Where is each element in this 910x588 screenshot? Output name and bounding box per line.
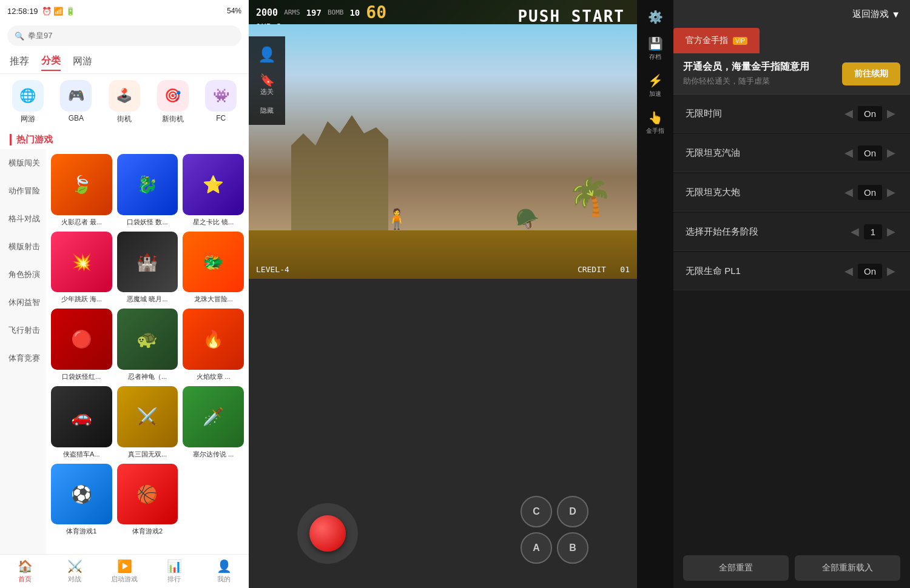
- speed-label: 加速: [649, 90, 661, 98]
- sidebar-cat-fight[interactable]: 格斗对战: [0, 205, 46, 233]
- sidebar-cat-rpg[interactable]: 角色扮演: [0, 261, 46, 289]
- return-bar[interactable]: 返回游戏 ▼: [673, 0, 910, 28]
- sidebar-cat-sports[interactable]: 体育竞赛: [0, 344, 46, 372]
- home-icon: 🏠: [18, 559, 33, 573]
- cheat-controls-life: ◀ On ▶: [842, 262, 898, 280]
- btn-a[interactable]: A: [521, 532, 552, 564]
- select-level-btn[interactable]: 🔖 选关: [257, 70, 277, 99]
- battle-icon: ⚔️: [67, 559, 83, 573]
- reload-all-button[interactable]: 全部重新载入: [795, 555, 900, 581]
- save-icon: 💾: [648, 36, 663, 51]
- avatar-btn[interactable]: 👤: [255, 44, 278, 65]
- btn-d[interactable]: D: [557, 496, 588, 527]
- action-buttons: C D A B: [521, 496, 588, 564]
- cheat-name-fuel: 无限坦克汽油: [686, 147, 740, 159]
- speed-btn[interactable]: ⚡ 加速: [648, 73, 663, 98]
- game-thumb-dragon: 🐲: [183, 232, 244, 293]
- bottom-nav-mine-label: 我的: [217, 575, 231, 584]
- category-label-network: 网游: [21, 114, 35, 124]
- bottom-nav-rank[interactable]: 📊 排行: [149, 555, 199, 588]
- category-label-arcade: 街机: [117, 114, 132, 124]
- vip-subtitle: 助你轻松通关，随手虐菜: [683, 76, 809, 87]
- cheat-right-arrow-time[interactable]: ▶: [885, 104, 898, 122]
- game-card-sport2[interactable]: 🏀 体育游戏2: [117, 464, 178, 536]
- category-arcade[interactable]: 🕹️ 街机: [106, 80, 143, 124]
- bottom-nav-start-label: 启动游戏: [111, 575, 138, 584]
- game-card-dynasty[interactable]: ⚔️ 真三国无双...: [117, 386, 178, 459]
- sidebar-cat-crossscroll[interactable]: 横版闯关: [0, 149, 46, 177]
- reset-all-button[interactable]: 全部重置: [683, 555, 789, 581]
- game-card-ninja[interactable]: 🐢 忍者神龟（...: [117, 309, 178, 381]
- gba-icon: 🎮: [68, 88, 84, 104]
- vip-subscribe-button[interactable]: 前往续期: [842, 62, 900, 85]
- cheat-left-arrow-life[interactable]: ◀: [842, 262, 855, 280]
- cheat-right-arrow-stage[interactable]: ▶: [885, 222, 898, 241]
- enemy-character: 🪖: [516, 207, 540, 230]
- section-title: 热门游戏: [10, 134, 53, 145]
- cheat-btn[interactable]: 👆 金手指: [646, 110, 664, 135]
- category-fc[interactable]: 👾 FC: [203, 80, 239, 124]
- category-new-arcade[interactable]: 🎯 新街机: [155, 80, 191, 124]
- joystick-area[interactable]: [297, 503, 358, 564]
- game-thumb-dynasty: ⚔️: [117, 386, 178, 447]
- cheat-right-arrow-life[interactable]: ▶: [885, 262, 898, 280]
- sidebar-cat-action[interactable]: 动作冒险: [0, 177, 46, 205]
- search-input[interactable]: 🔍 拳皇97: [7, 25, 241, 46]
- tab-online[interactable]: 网游: [73, 53, 92, 70]
- left-panel: 12:58:19 ⏰ 📶 🔋 54% 🔍 拳皇97 推荐 分类 网游 🌐 网游 …: [0, 0, 249, 588]
- select-level-label: 选关: [260, 87, 275, 96]
- sidebar-cat-casual[interactable]: 休闲益智: [0, 289, 46, 316]
- game-title-jump: 少年跳跃 海...: [51, 295, 112, 304]
- cheat-left-arrow-fuel[interactable]: ◀: [842, 144, 855, 162]
- new-arcade-icon: 🎯: [164, 88, 181, 104]
- btn-c[interactable]: C: [521, 496, 552, 527]
- bomb-value: 10: [349, 8, 360, 18]
- category-gba[interactable]: 🎮 GBA: [58, 80, 94, 124]
- game-card-fire[interactable]: 🔥 火焰纹章 ...: [183, 309, 244, 381]
- game-card-sport1[interactable]: ⚽ 体育游戏1: [51, 464, 112, 536]
- bottom-nav-rank-label: 排行: [167, 575, 181, 584]
- settings-btn[interactable]: ⚙️: [648, 10, 663, 24]
- tab-recommend[interactable]: 推荐: [10, 53, 29, 70]
- game-card-jump[interactable]: 💥 少年跳跃 海...: [51, 232, 112, 304]
- cheat-item-cannon: 无限坦克大炮 ◀ On ▶: [673, 173, 910, 212]
- credit-value: 01: [620, 265, 630, 274]
- game-card-zelda[interactable]: 🗡️ 塞尔达传说 ...: [183, 386, 244, 459]
- fc-icon: 👾: [213, 88, 229, 104]
- game-card-dragon[interactable]: 🐲 龙珠大冒险...: [183, 232, 244, 304]
- bottom-nav-battle[interactable]: ⚔️ 对战: [50, 555, 99, 588]
- sidebar-cat-fly[interactable]: 飞行射击: [0, 316, 46, 344]
- tab-official-cheat[interactable]: 官方金手指 VIP: [673, 28, 760, 53]
- cheat-left-arrow-cannon[interactable]: ◀: [842, 183, 855, 201]
- cheat-left-arrow-stage[interactable]: ◀: [848, 222, 861, 241]
- vip-title: 开通会员，海量金手指随意用: [683, 61, 809, 73]
- credit-label: CREDIT: [578, 265, 606, 274]
- bottom-nav-mine[interactable]: 👤 我的: [199, 555, 249, 588]
- btn-b[interactable]: B: [557, 532, 588, 564]
- save-btn[interactable]: 💾 存档: [648, 36, 663, 61]
- bottom-nav-home[interactable]: 🏠 首页: [0, 555, 50, 588]
- cheat-label: 金手指: [646, 127, 664, 135]
- game-card-digimon[interactable]: 🐉 口袋妖怪 数...: [117, 154, 178, 227]
- cheat-left-arrow-time[interactable]: ◀: [842, 104, 855, 122]
- game-list: 横版闯关 动作冒险 格斗对战 横版射击 角色扮演 休闲益智 飞行射击 体育竞赛 …: [0, 149, 249, 554]
- category-label-new-arcade: 新街机: [162, 114, 184, 124]
- hide-label: 隐藏: [260, 106, 274, 115]
- tab-category[interactable]: 分类: [41, 52, 61, 71]
- game-card-gta[interactable]: 🚗 侠盗猎车A...: [51, 386, 112, 459]
- game-card-pokemon-r[interactable]: 🔴 口袋妖怪红...: [51, 309, 112, 381]
- cheat-controls-time: ◀ On ▶: [842, 104, 898, 122]
- bottom-nav-start[interactable]: ▶️ 启动游戏: [99, 555, 149, 588]
- save-label: 存档: [649, 53, 661, 61]
- game-card-naruto[interactable]: 🍃 火影忍者 最...: [51, 154, 112, 227]
- category-network[interactable]: 🌐 网游: [10, 80, 46, 124]
- status-icons: ⏰ 📶 🔋: [42, 7, 75, 16]
- hide-btn[interactable]: 隐藏: [258, 104, 276, 118]
- category-icon-fc: 👾: [205, 80, 237, 112]
- sidebar-cat-shooter[interactable]: 横版射击: [0, 233, 46, 261]
- cheat-right-arrow-fuel[interactable]: ▶: [885, 144, 898, 162]
- return-btn[interactable]: 返回游戏 ▼: [852, 8, 900, 20]
- cheat-right-arrow-cannon[interactable]: ▶: [885, 183, 898, 201]
- game-card-castle[interactable]: 🏰 恶魔城 晓月...: [117, 232, 178, 304]
- game-card-card[interactable]: ⭐ 星之卡比 镜...: [183, 154, 244, 227]
